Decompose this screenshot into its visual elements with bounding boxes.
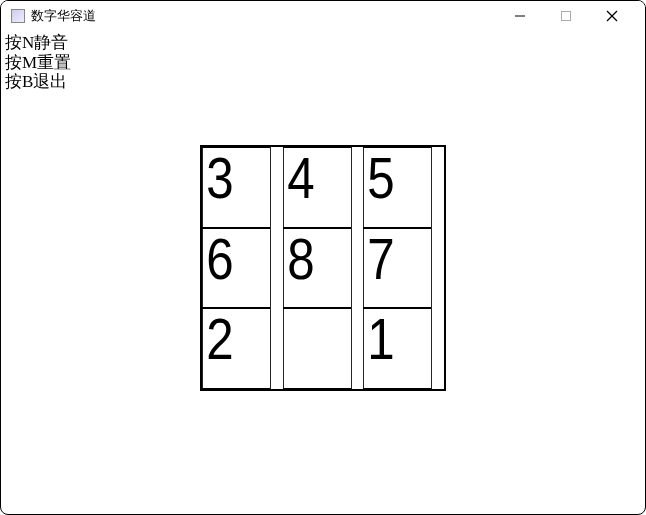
- instruction-exit: 按B退出: [5, 72, 71, 92]
- instruction-reset: 按M重置: [5, 53, 71, 73]
- tile-8[interactable]: 1: [363, 308, 432, 389]
- tile-5[interactable]: 7: [363, 228, 432, 309]
- minimize-button[interactable]: [497, 1, 543, 31]
- tile-1[interactable]: 4: [283, 147, 352, 228]
- instruction-mute: 按N静音: [5, 33, 71, 53]
- tile-empty[interactable]: [283, 308, 352, 389]
- titlebar: 数字华容道: [1, 1, 645, 31]
- window-title: 数字华容道: [31, 7, 497, 25]
- tile-4[interactable]: 8: [283, 228, 352, 309]
- close-button[interactable]: [589, 1, 635, 31]
- tile-2[interactable]: 5: [363, 147, 432, 228]
- maximize-button[interactable]: [543, 1, 589, 31]
- tile-6[interactable]: 2: [202, 308, 271, 389]
- tile-3[interactable]: 6: [202, 228, 271, 309]
- puzzle-board[interactable]: 3 4 5 6 8 7 2 1: [200, 145, 446, 391]
- instructions-panel: 按N静音 按M重置 按B退出: [5, 33, 71, 92]
- app-icon: [11, 9, 25, 23]
- svg-rect-1: [562, 12, 571, 21]
- window-controls: [497, 1, 635, 31]
- tile-0[interactable]: 3: [202, 147, 271, 228]
